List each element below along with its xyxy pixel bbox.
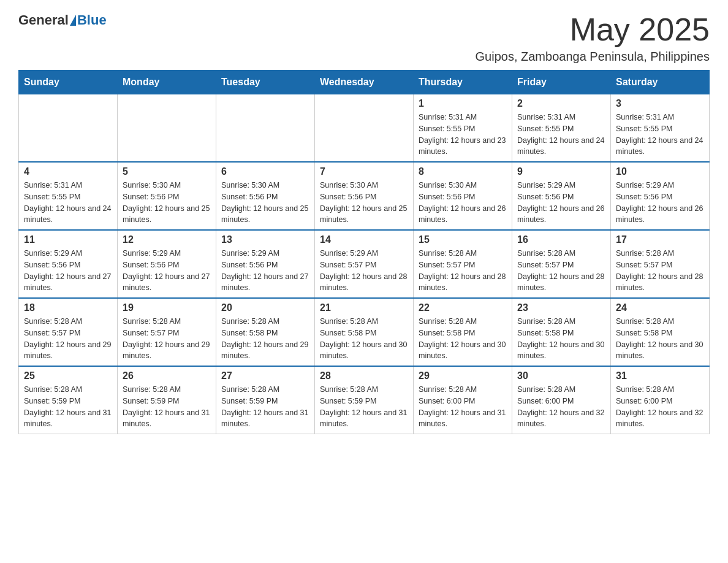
calendar-week-row: 18Sunrise: 5:28 AMSunset: 5:57 PMDayligh… xyxy=(19,298,710,366)
day-info: Sunrise: 5:28 AMSunset: 5:59 PMDaylight:… xyxy=(123,384,211,430)
table-row xyxy=(216,94,315,163)
day-info: Sunrise: 5:29 AMSunset: 5:56 PMDaylight:… xyxy=(221,248,309,294)
table-row: 22Sunrise: 5:28 AMSunset: 5:58 PMDayligh… xyxy=(414,298,512,366)
calendar-week-row: 25Sunrise: 5:28 AMSunset: 5:59 PMDayligh… xyxy=(19,366,710,434)
table-row: 6Sunrise: 5:30 AMSunset: 5:56 PMDaylight… xyxy=(216,162,315,230)
day-number: 30 xyxy=(517,370,605,381)
table-row: 8Sunrise: 5:30 AMSunset: 5:56 PMDaylight… xyxy=(414,162,512,230)
day-number: 10 xyxy=(616,166,704,177)
table-row: 10Sunrise: 5:29 AMSunset: 5:56 PMDayligh… xyxy=(611,162,710,230)
day-info: Sunrise: 5:29 AMSunset: 5:57 PMDaylight:… xyxy=(320,248,408,294)
day-info: Sunrise: 5:28 AMSunset: 6:00 PMDaylight:… xyxy=(517,384,605,430)
logo-triangle-icon xyxy=(70,15,76,26)
header-sunday: Sunday xyxy=(19,71,118,94)
day-number: 3 xyxy=(616,98,704,109)
table-row: 9Sunrise: 5:29 AMSunset: 5:56 PMDaylight… xyxy=(512,162,611,230)
day-number: 13 xyxy=(221,234,309,245)
table-row: 17Sunrise: 5:28 AMSunset: 5:57 PMDayligh… xyxy=(611,230,710,298)
day-number: 8 xyxy=(419,166,507,177)
day-number: 26 xyxy=(123,370,211,381)
table-row: 7Sunrise: 5:30 AMSunset: 5:56 PMDaylight… xyxy=(315,162,414,230)
day-number: 14 xyxy=(320,234,408,245)
table-row: 26Sunrise: 5:28 AMSunset: 5:59 PMDayligh… xyxy=(118,366,216,434)
table-row: 30Sunrise: 5:28 AMSunset: 6:00 PMDayligh… xyxy=(512,366,611,434)
day-info: Sunrise: 5:28 AMSunset: 5:58 PMDaylight:… xyxy=(320,316,408,362)
month-title: May 2025 xyxy=(476,12,710,47)
header-tuesday: Tuesday xyxy=(216,71,315,94)
day-number: 5 xyxy=(123,166,211,177)
day-number: 28 xyxy=(320,370,408,381)
table-row: 12Sunrise: 5:29 AMSunset: 5:56 PMDayligh… xyxy=(118,230,216,298)
day-info: Sunrise: 5:28 AMSunset: 5:58 PMDaylight:… xyxy=(517,316,605,362)
day-number: 27 xyxy=(221,370,309,381)
day-info: Sunrise: 5:28 AMSunset: 5:58 PMDaylight:… xyxy=(419,316,507,362)
table-row: 25Sunrise: 5:28 AMSunset: 5:59 PMDayligh… xyxy=(19,366,118,434)
table-row: 29Sunrise: 5:28 AMSunset: 6:00 PMDayligh… xyxy=(414,366,512,434)
table-row: 14Sunrise: 5:29 AMSunset: 5:57 PMDayligh… xyxy=(315,230,414,298)
table-row: 11Sunrise: 5:29 AMSunset: 5:56 PMDayligh… xyxy=(19,230,118,298)
day-info: Sunrise: 5:28 AMSunset: 5:57 PMDaylight:… xyxy=(419,248,507,294)
day-number: 2 xyxy=(517,98,605,109)
day-info: Sunrise: 5:29 AMSunset: 5:56 PMDaylight:… xyxy=(616,180,704,226)
logo: General Blue xyxy=(18,12,107,28)
day-number: 31 xyxy=(616,370,704,381)
calendar-header-row: Sunday Monday Tuesday Wednesday Thursday… xyxy=(19,71,710,94)
table-row xyxy=(315,94,414,163)
table-row: 18Sunrise: 5:28 AMSunset: 5:57 PMDayligh… xyxy=(19,298,118,366)
table-row: 4Sunrise: 5:31 AMSunset: 5:55 PMDaylight… xyxy=(19,162,118,230)
day-number: 12 xyxy=(123,234,211,245)
day-number: 11 xyxy=(24,234,112,245)
day-info: Sunrise: 5:28 AMSunset: 5:57 PMDaylight:… xyxy=(24,316,112,362)
day-number: 7 xyxy=(320,166,408,177)
day-info: Sunrise: 5:31 AMSunset: 5:55 PMDaylight:… xyxy=(419,112,507,158)
table-row: 31Sunrise: 5:28 AMSunset: 6:00 PMDayligh… xyxy=(611,366,710,434)
day-number: 20 xyxy=(221,302,309,313)
day-number: 18 xyxy=(24,302,112,313)
header-friday: Friday xyxy=(512,71,611,94)
table-row: 1Sunrise: 5:31 AMSunset: 5:55 PMDaylight… xyxy=(414,94,512,163)
calendar-table: Sunday Monday Tuesday Wednesday Thursday… xyxy=(18,70,710,434)
calendar-week-row: 1Sunrise: 5:31 AMSunset: 5:55 PMDaylight… xyxy=(19,94,710,163)
title-section: May 2025 Guipos, Zamboanga Peninsula, Ph… xyxy=(476,12,710,64)
day-info: Sunrise: 5:28 AMSunset: 5:59 PMDaylight:… xyxy=(320,384,408,430)
table-row xyxy=(118,94,216,163)
day-info: Sunrise: 5:29 AMSunset: 5:56 PMDaylight:… xyxy=(517,180,605,226)
day-number: 16 xyxy=(517,234,605,245)
header-wednesday: Wednesday xyxy=(315,71,414,94)
day-number: 17 xyxy=(616,234,704,245)
table-row: 16Sunrise: 5:28 AMSunset: 5:57 PMDayligh… xyxy=(512,230,611,298)
day-info: Sunrise: 5:31 AMSunset: 5:55 PMDaylight:… xyxy=(517,112,605,158)
day-info: Sunrise: 5:30 AMSunset: 5:56 PMDaylight:… xyxy=(419,180,507,226)
day-number: 9 xyxy=(517,166,605,177)
day-number: 4 xyxy=(24,166,112,177)
table-row: 2Sunrise: 5:31 AMSunset: 5:55 PMDaylight… xyxy=(512,94,611,163)
day-info: Sunrise: 5:28 AMSunset: 5:58 PMDaylight:… xyxy=(616,316,704,362)
day-number: 6 xyxy=(221,166,309,177)
day-number: 24 xyxy=(616,302,704,313)
table-row: 21Sunrise: 5:28 AMSunset: 5:58 PMDayligh… xyxy=(315,298,414,366)
day-info: Sunrise: 5:28 AMSunset: 5:57 PMDaylight:… xyxy=(616,248,704,294)
day-number: 23 xyxy=(517,302,605,313)
header-thursday: Thursday xyxy=(414,71,512,94)
day-info: Sunrise: 5:28 AMSunset: 5:57 PMDaylight:… xyxy=(123,316,211,362)
day-info: Sunrise: 5:30 AMSunset: 5:56 PMDaylight:… xyxy=(123,180,211,226)
logo-blue-text: Blue xyxy=(77,12,107,28)
day-info: Sunrise: 5:28 AMSunset: 5:59 PMDaylight:… xyxy=(24,384,112,430)
day-number: 25 xyxy=(24,370,112,381)
day-number: 1 xyxy=(419,98,507,109)
day-info: Sunrise: 5:28 AMSunset: 6:00 PMDaylight:… xyxy=(419,384,507,430)
table-row: 3Sunrise: 5:31 AMSunset: 5:55 PMDaylight… xyxy=(611,94,710,163)
table-row: 27Sunrise: 5:28 AMSunset: 5:59 PMDayligh… xyxy=(216,366,315,434)
day-info: Sunrise: 5:31 AMSunset: 5:55 PMDaylight:… xyxy=(24,180,112,226)
day-number: 21 xyxy=(320,302,408,313)
page-header: General Blue May 2025 Guipos, Zamboanga … xyxy=(18,12,710,64)
location-title: Guipos, Zamboanga Peninsula, Philippines xyxy=(476,50,710,64)
table-row: 20Sunrise: 5:28 AMSunset: 5:58 PMDayligh… xyxy=(216,298,315,366)
logo-general-text: General xyxy=(18,12,69,28)
day-number: 29 xyxy=(419,370,507,381)
table-row: 13Sunrise: 5:29 AMSunset: 5:56 PMDayligh… xyxy=(216,230,315,298)
table-row xyxy=(19,94,118,163)
day-number: 15 xyxy=(419,234,507,245)
header-monday: Monday xyxy=(118,71,216,94)
header-saturday: Saturday xyxy=(611,71,710,94)
